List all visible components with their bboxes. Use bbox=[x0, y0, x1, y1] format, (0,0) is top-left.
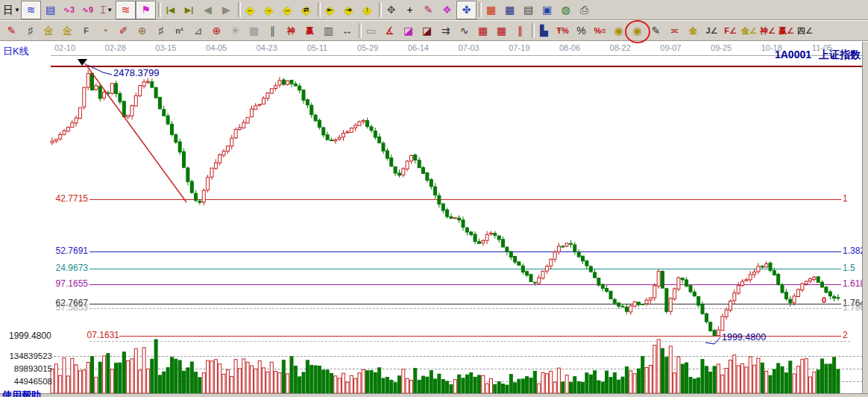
dropdown-caret-icon: ▼ bbox=[14, 7, 20, 13]
percent-lines-button[interactable]: %≡ bbox=[591, 22, 609, 40]
gold-lines-button[interactable]: 金 bbox=[684, 22, 702, 40]
arrow-icon: ⇥ bbox=[346, 6, 352, 13]
palette-button[interactable]: ❖ bbox=[438, 1, 456, 19]
t-percent-button[interactable]: Ŧ% bbox=[553, 22, 572, 40]
wave-ruler-button[interactable]: ∿ bbox=[455, 22, 474, 40]
tick-ruler-button[interactable]: ♯ bbox=[21, 22, 40, 40]
cycle-lines-button[interactable]: ∥ bbox=[263, 22, 282, 40]
magic-ruler-button[interactable]: 神 bbox=[282, 22, 301, 40]
golden-section-a-button[interactable]: 金 bbox=[40, 22, 58, 40]
prev-screen-button[interactable]: ◀ bbox=[198, 1, 217, 19]
next-screen-button[interactable]: ▶ bbox=[217, 1, 236, 19]
low-axis-label: 1999.4800 bbox=[9, 331, 51, 341]
percent-icon: % bbox=[576, 25, 585, 36]
fib-level-right-label: 1.5 bbox=[843, 263, 855, 273]
plain-ruler-button[interactable]: ♯ bbox=[151, 22, 170, 40]
abacus-tool-button[interactable]: ▥ bbox=[319, 22, 338, 40]
draw-brain-button[interactable]: ✤ bbox=[456, 1, 477, 19]
gold-angle-button[interactable]: 金∠ bbox=[740, 22, 758, 40]
fib-level-line bbox=[89, 284, 841, 285]
spiral-tool-icon: ◔ bbox=[101, 25, 107, 36]
date-tick-label: 02-28 bbox=[99, 43, 132, 53]
gann-grid-button[interactable]: ▩ bbox=[245, 22, 263, 40]
next-screen-icon: ▶ bbox=[222, 4, 230, 15]
date-tick-label: 08-22 bbox=[604, 43, 637, 53]
wave-ruler-icon: ∿ bbox=[460, 25, 469, 36]
scroll-right-button[interactable]: ◆→ bbox=[260, 1, 278, 19]
last-screen-button[interactable]: ▶| bbox=[180, 1, 198, 19]
calculator-button[interactable]: ▦ bbox=[500, 1, 519, 19]
cost-bars-button[interactable]: ▙ bbox=[535, 22, 553, 40]
magic-angle-button[interactable]: 神∠ bbox=[758, 22, 777, 40]
arrow-icon: ⇄ bbox=[304, 6, 309, 13]
expand-vertical-button[interactable]: ◆↕ bbox=[358, 1, 377, 19]
speed-lines-button[interactable]: ⇉ bbox=[436, 22, 455, 40]
four-angle-icon: 四∠ bbox=[797, 27, 813, 35]
fan-box-b-button[interactable]: ◪ bbox=[418, 22, 436, 40]
four-angle-button[interactable]: 四∠ bbox=[796, 22, 814, 40]
j-angle-button[interactable]: J∠ bbox=[702, 22, 721, 40]
pan-right-fast-button[interactable]: ◆⇥ bbox=[339, 1, 358, 19]
grid-box-a-button[interactable]: ▦ bbox=[474, 22, 492, 40]
toolbar-separator bbox=[356, 22, 362, 39]
info-panel-button[interactable]: ▤ bbox=[41, 1, 60, 19]
net-sync-button[interactable]: ◍ bbox=[556, 1, 575, 19]
scroll-left-button[interactable]: ◆← bbox=[241, 1, 260, 19]
date-tick-label: 04-23 bbox=[251, 43, 283, 53]
percent-button[interactable]: % bbox=[572, 22, 591, 40]
notebook-button[interactable]: ▤ bbox=[519, 1, 538, 19]
width-measure-button[interactable]: ↔ bbox=[338, 22, 356, 40]
toolbar-separator bbox=[236, 1, 241, 18]
minute-line-9-button[interactable]: ∿9 bbox=[78, 1, 97, 19]
angle-ruler-button[interactable]: ⊿ bbox=[189, 22, 207, 40]
period-day-button[interactable]: 日▼ bbox=[2, 1, 21, 19]
f-angle-button[interactable]: F∠ bbox=[721, 22, 740, 40]
n2-ruler-button[interactable]: n² bbox=[170, 22, 189, 40]
pan-hand-button[interactable]: ✥ bbox=[382, 1, 400, 19]
toolbar-separator bbox=[377, 1, 382, 18]
circle-ruler-button[interactable]: ⊕ bbox=[133, 22, 151, 40]
fib-ruler-button[interactable]: F bbox=[77, 22, 95, 40]
gann-fan-button[interactable]: ∡ bbox=[380, 22, 399, 40]
volume-profile-button[interactable]: ⚑ bbox=[136, 1, 156, 19]
overlay-indicator-icon: ≋ bbox=[122, 4, 130, 15]
expand-horizontal-button[interactable]: ◆↔ bbox=[278, 1, 297, 19]
gold-coin-b-button[interactable]: ◉ bbox=[628, 22, 647, 40]
calendar-button[interactable]: ▦ bbox=[482, 1, 500, 19]
first-screen-button[interactable]: |◀ bbox=[161, 1, 180, 19]
win-angle-button[interactable]: 赢∠ bbox=[777, 22, 796, 40]
candle-style-button[interactable]: ⌶▼ bbox=[97, 1, 116, 19]
parallel-lines-button[interactable]: ∥ bbox=[511, 22, 529, 40]
print-icon: ⎙ bbox=[580, 4, 588, 15]
ray-star-button[interactable]: ✳ bbox=[226, 22, 245, 40]
zero-marker-annotation: 0 bbox=[822, 296, 826, 304]
minute-line-3-button[interactable]: ∿3 bbox=[60, 1, 78, 19]
pen-measure-button[interactable]: ✎ bbox=[647, 22, 665, 40]
ray-star-icon: ✳ bbox=[231, 25, 240, 36]
overlay-chart-button[interactable]: ≋ bbox=[21, 1, 41, 19]
volume-gridline bbox=[54, 356, 863, 357]
pen-tool-button[interactable]: ✎ bbox=[2, 22, 21, 40]
angle-ruler-icon: ⊿ bbox=[194, 25, 203, 36]
golden-section-b-button[interactable]: 金 bbox=[58, 22, 77, 40]
trend-pen-button[interactable]: ✐ bbox=[114, 22, 133, 40]
mark-pin-button[interactable]: ✎ bbox=[419, 1, 438, 19]
compress-horizontal-button[interactable]: ◆⇄ bbox=[297, 1, 315, 19]
f-angle-icon: F∠ bbox=[724, 27, 737, 35]
save-button[interactable]: ▣ bbox=[538, 1, 556, 19]
plain-ruler-icon: ♯ bbox=[158, 25, 163, 36]
print-button[interactable]: ⎙ bbox=[575, 1, 594, 19]
crosshair-button[interactable]: + bbox=[400, 1, 419, 19]
minute-line-3-icon: ∿3 bbox=[63, 6, 75, 14]
overlay-indicator-button[interactable]: ≋ bbox=[116, 1, 136, 19]
grid-box-b-button[interactable]: ▦ bbox=[492, 22, 511, 40]
gann-target-button[interactable]: ⊕ bbox=[207, 22, 226, 40]
rect-box-button[interactable]: ▭ bbox=[362, 22, 380, 40]
gold-lines-icon: 金 bbox=[689, 27, 697, 35]
flat-stats-button[interactable]: ≍ bbox=[665, 22, 684, 40]
gold-coin-a-button[interactable]: ◉ bbox=[609, 22, 628, 40]
pan-left-fast-button[interactable]: ◆⇤ bbox=[321, 1, 339, 19]
spiral-tool-button[interactable]: ◔ bbox=[95, 22, 114, 40]
win-ruler-button[interactable]: 赢 bbox=[301, 22, 319, 40]
fan-box-a-button[interactable]: ◪ bbox=[399, 22, 418, 40]
